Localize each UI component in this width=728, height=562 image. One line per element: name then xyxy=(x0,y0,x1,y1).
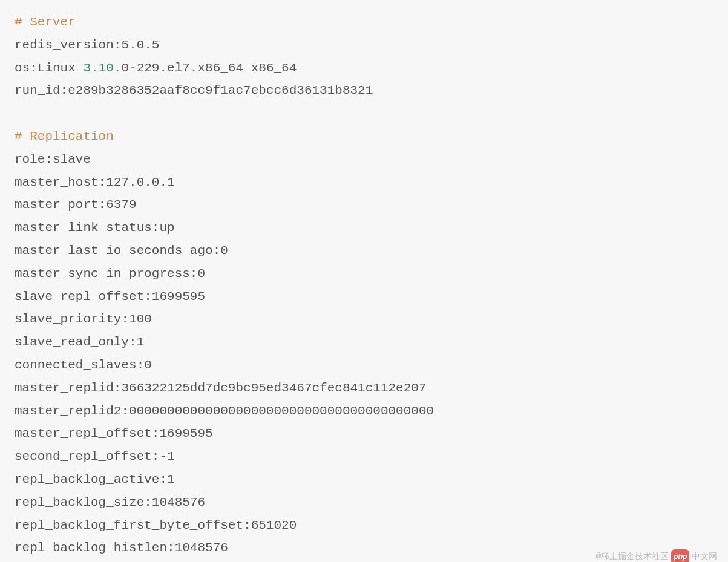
repl-backlog-size-line: repl_backlog_size:1048576 xyxy=(15,491,713,514)
os-prefix: os:Linux xyxy=(15,61,83,75)
master-port-line: master_port:6379 xyxy=(15,194,713,217)
connected-slaves-line: connected_slaves:0 xyxy=(15,354,713,377)
os-line: os:Linux 3.10.0-229.el7.x86_64 x86_64 xyxy=(15,57,713,80)
slave-priority-line: slave_priority:100 xyxy=(15,308,713,331)
terminal-output: # Server redis_version:5.0.5 os:Linux 3.… xyxy=(15,11,713,560)
role-line: role:slave xyxy=(15,148,713,171)
watermark-text-left: @稀土掘金技术社区 xyxy=(596,549,669,562)
master-host-line: master_host:127.0.0.1 xyxy=(15,171,713,194)
master-repl-offset-line: master_repl_offset:1699595 xyxy=(15,422,713,445)
master-sync-in-progress-line: master_sync_in_progress:0 xyxy=(15,263,713,286)
blank-line xyxy=(15,102,713,125)
watermark-text-right: 中文网 xyxy=(692,549,717,562)
repl-backlog-active-line: repl_backlog_active:1 xyxy=(15,468,713,491)
slave-repl-offset-line: slave_repl_offset:1699595 xyxy=(15,286,713,309)
master-replid2-line: master_replid2:0000000000000000000000000… xyxy=(15,400,713,423)
run-id-line: run_id:e289b3286352aaf8cc9f1ac7ebcc6d361… xyxy=(15,79,713,102)
redis-version-line: redis_version:5.0.5 xyxy=(15,34,713,57)
master-replid-line: master_replid:366322125dd7dc9bc95ed3467c… xyxy=(15,377,713,400)
watermark: @稀土掘金技术社区 php 中文网 xyxy=(596,549,717,562)
os-version-number: 3.10 xyxy=(83,61,113,75)
replication-section-header: # Replication xyxy=(15,125,713,148)
server-section-header: # Server xyxy=(15,11,713,34)
watermark-logo: php xyxy=(671,549,689,562)
master-link-status-line: master_link_status:up xyxy=(15,217,713,240)
repl-backlog-first-byte-offset-line: repl_backlog_first_byte_offset:651020 xyxy=(15,514,713,537)
slave-read-only-line: slave_read_only:1 xyxy=(15,331,713,354)
second-repl-offset-line: second_repl_offset:-1 xyxy=(15,445,713,468)
master-last-io-seconds-ago-line: master_last_io_seconds_ago:0 xyxy=(15,240,713,263)
os-suffix: .0-229.el7.x86_64 x86_64 xyxy=(114,61,297,75)
